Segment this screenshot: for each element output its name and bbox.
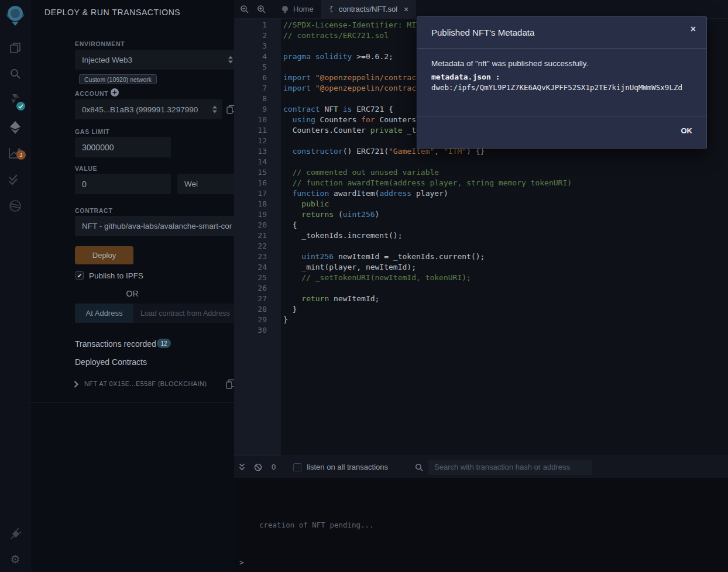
chevron-updown-icon [228, 56, 233, 64]
deploy-and-run-icon[interactable] [0, 115, 30, 140]
transactions-recorded-row[interactable]: Transactions recorded 12 [75, 339, 250, 349]
terminal-search-input[interactable] [428, 460, 592, 475]
code-line[interactable]: 28 } [234, 304, 728, 315]
code-line[interactable]: 18 public [234, 199, 728, 209]
code-line[interactable]: 29} [234, 315, 728, 325]
search-icon[interactable] [0, 61, 30, 87]
terminal-log-line: creation of NFT pending... [259, 521, 374, 529]
code-line[interactable]: 14 [234, 157, 728, 167]
environment-select[interactable]: Injected Web3 [75, 50, 238, 70]
line-number: 5 [234, 62, 267, 73]
code-line-text [267, 94, 283, 104]
code-line[interactable]: 15 // commented out unused variable [234, 167, 728, 178]
value-input[interactable]: 0 [75, 174, 171, 194]
close-tab-icon[interactable]: × [404, 5, 408, 14]
code-line-text [267, 136, 283, 146]
account-select[interactable]: 0x845...B1aB3 (999991.3297990 [75, 99, 222, 119]
line-number: 8 [234, 94, 267, 104]
chevron-right-icon[interactable] [74, 381, 78, 388]
environment-label: ENVIRONMENT [75, 40, 125, 47]
line-number: 14 [234, 157, 267, 167]
publish-ipfs-checkbox[interactable]: ✔ [75, 271, 84, 280]
deploy-button[interactable]: Deploy [75, 246, 133, 264]
listen-transactions-checkbox[interactable] [293, 463, 301, 471]
listen-transactions-label: listen on all transactions [307, 463, 388, 471]
transactions-recorded-label: Transactions recorded [75, 339, 156, 349]
modal-footer: OK [417, 116, 706, 148]
line-number: 25 [234, 273, 267, 283]
code-line[interactable]: 23 uint256 newItemId = _tokenIds.current… [234, 251, 728, 262]
code-line[interactable]: 17 function awardItem(address player) [234, 188, 728, 199]
line-number: 3 [234, 41, 267, 51]
code-line-text: Counters.Counter private _toke [267, 125, 430, 136]
vertical-icon-bar: 1 ⚙ [0, 0, 30, 572]
line-number: 11 [234, 125, 267, 136]
contract-select[interactable]: NFT - github/ava-labs/avalanche-smart-co… [75, 216, 249, 236]
code-line[interactable]: 22 [234, 241, 728, 251]
line-number: 15 [234, 167, 267, 178]
or-separator: OR [30, 289, 234, 298]
modal-ok-button[interactable]: OK [681, 126, 693, 135]
code-line[interactable]: 19 returns (uint256) [234, 209, 728, 220]
deployed-contracts-label: Deployed Contracts [75, 357, 147, 367]
file-explorer-icon[interactable] [0, 35, 30, 61]
static-analysis-icon[interactable]: 1 [0, 140, 30, 166]
debugger-icon[interactable] [0, 193, 30, 219]
modal-title: Published NFT's Metadata [431, 27, 534, 37]
tab-contracts-nft-sol[interactable]: contracts/NFT.sol × [321, 0, 417, 19]
tab-home[interactable]: Home [274, 0, 321, 19]
line-number: 21 [234, 230, 267, 241]
publish-ipfs-label: Publish to IPFS [89, 271, 143, 280]
code-line-text: // commented out unused variable [267, 167, 439, 178]
zoom-in-icon[interactable] [257, 5, 266, 13]
line-number: 23 [234, 251, 267, 262]
code-line[interactable]: 27 return newItemId; [234, 294, 728, 304]
add-account-icon[interactable] [111, 88, 119, 97]
deployed-instance-label[interactable]: NFT AT 0X15E...E558F (BLOCKCHAIN) [84, 380, 207, 387]
code-line-text: pragma solidity >=0.6.2; [267, 51, 393, 62]
line-number: 30 [234, 325, 267, 336]
modal-body: Metadata of "nft" was published successf… [417, 49, 706, 116]
transactions-count-badge: 12 [157, 339, 171, 348]
line-number: 12 [234, 136, 267, 146]
code-line-text: // contracts/ERC721.sol [267, 30, 389, 41]
modal-close-icon[interactable]: × [691, 24, 696, 35]
code-line[interactable]: 30 [234, 325, 728, 336]
clear-console-icon[interactable] [254, 463, 262, 471]
published-metadata-modal: Published NFT's Metadata × Metadata of "… [417, 16, 707, 149]
remix-logo-icon[interactable] [0, 4, 30, 27]
chevron-updown-icon [212, 106, 217, 113]
terminal-output[interactable]: creation of NFT pending... > [234, 478, 728, 572]
solidity-file-icon [328, 5, 335, 13]
line-number: 18 [234, 199, 267, 209]
line-number: 10 [234, 115, 267, 125]
line-number: 9 [234, 104, 267, 115]
code-line[interactable]: 25 // _setTokenURI(newItemId, tokenURI); [234, 273, 728, 283]
code-line[interactable]: 24 _mint(player, newItemId); [234, 262, 728, 273]
code-line[interactable]: 16 // function awardItem(address player,… [234, 178, 728, 188]
solidity-compiler-icon[interactable] [0, 88, 30, 113]
code-line[interactable]: 20 { [234, 220, 728, 230]
code-line[interactable]: 21 _tokenIds.increment(); [234, 230, 728, 241]
code-line-text: } [267, 315, 288, 325]
terminal-search-icon [415, 463, 423, 471]
code-line-text: import "@openzeppelin/contracts/ [267, 73, 430, 83]
code-line-text: // _setTokenURI(newItemId, tokenURI); [267, 273, 471, 283]
at-address-button[interactable]: At Address [75, 304, 133, 323]
expand-terminal-icon[interactable] [239, 463, 245, 471]
zoom-out-icon[interactable] [240, 5, 249, 13]
line-number: 1 [234, 20, 267, 30]
unit-testing-icon[interactable] [0, 167, 30, 193]
plugin-manager-icon[interactable] [0, 521, 30, 546]
at-address-input[interactable] [133, 304, 249, 323]
settings-gear-icon[interactable]: ⚙ [0, 546, 30, 572]
code-line-text: _mint(player, newItemId); [267, 262, 416, 273]
pending-tx-count: 0 [272, 463, 276, 471]
code-line-text: //SPDX-License-Identifier: MIT [267, 20, 421, 30]
gas-limit-input[interactable]: 3000000 [75, 137, 171, 157]
compiler-success-badge-icon [16, 102, 25, 111]
line-number: 26 [234, 283, 267, 294]
remix-ide-app: 1 ⚙ DEPLOY & RUN TRANSACTIONS [0, 0, 728, 572]
code-line[interactable]: 26 [234, 283, 728, 294]
line-number: 6 [234, 73, 267, 83]
